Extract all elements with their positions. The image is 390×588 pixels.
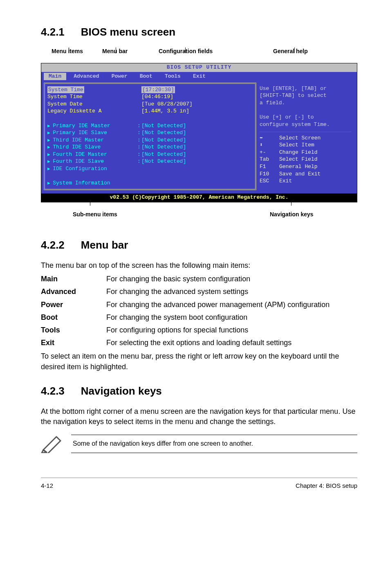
bios-titlebar: BIOS SETUP UTILITY	[41, 63, 357, 72]
pencil-icon	[41, 434, 63, 453]
bios-item-3rd-master[interactable]: Third IDE Master	[47, 137, 137, 144]
bios-tab-main[interactable]: Main	[44, 73, 66, 80]
menubar-outro: To select an item on the menu bar, press…	[41, 351, 357, 372]
bios-val-3rd-slave: [Not Detected]	[141, 144, 253, 151]
note-callout: Some of the navigation keys differ from …	[41, 434, 357, 453]
label-general: General help	[273, 47, 308, 56]
bios-item-pri-master[interactable]: Primary IDE Master	[47, 122, 137, 130]
bios-item-3rd-slave[interactable]: Third IDE Slave	[47, 144, 137, 151]
bios-fields-col: System Time System Time System Date Lega…	[47, 86, 137, 187]
bios-val-systime: [04:46:19]	[141, 93, 253, 101]
bios-tab-boot[interactable]: Boot	[135, 73, 157, 80]
label-menu-bar: Menu bar	[102, 47, 128, 56]
page-number: 4-12	[41, 481, 53, 490]
bios-item-legacy[interactable]: Legacy Diskette A	[47, 108, 137, 115]
bios-menubar: Main Advanced Power Boot Tools Exit	[41, 72, 357, 81]
navkeys-body: At the bottom right corner of a menu scr…	[41, 406, 357, 427]
label-menu-items: Menu items	[52, 47, 83, 56]
bios-val-4th-slave: [Not Detected]	[141, 158, 253, 165]
label-config: Configuration fields	[159, 47, 213, 56]
bios-val-4th-master: [Not Detected]	[141, 151, 253, 158]
bios-val-systime-sel: [17:20:30]	[141, 86, 175, 94]
bios-item-systime[interactable]: System Time	[47, 93, 137, 101]
section-heading-422: 4.2.2Menu bar	[41, 238, 357, 252]
menubar-intro: The menu bar on top of the screen has th…	[41, 260, 357, 271]
bios-item-sysdate[interactable]: System Date	[47, 101, 137, 108]
bios-window: BIOS SETUP UTILITY Main Advanced Power B…	[41, 63, 357, 202]
bios-val-sysdate: [Tue 08/28/2007]	[141, 101, 253, 108]
bios-footer: v02.53 (C)Copyright 1985-2007, American …	[41, 193, 357, 202]
chapter-label: Chapter 4: BIOS setup	[296, 481, 357, 490]
bios-values-col: [17:20:30] [04:46:19] [Tue 08/28/2007] […	[141, 86, 253, 187]
note-text: Some of the navigation keys differ from …	[71, 435, 357, 453]
bios-item-4th-slave[interactable]: Fourth IDE Slave	[47, 158, 137, 165]
section-heading-423: 4.2.3Navigation keys	[41, 384, 357, 398]
section-heading-421: 4.2.1BIOS menu screen	[41, 25, 357, 39]
bios-item-pri-slave[interactable]: Primary IDE Slave	[47, 129, 137, 137]
bios-val-pri-slave: [Not Detected]	[141, 129, 253, 137]
bios-left-pane: System Time System Time System Date Lega…	[44, 83, 256, 191]
bios-val-pri-master: [Not Detected]	[141, 122, 253, 130]
help-line-2: a field.	[260, 99, 351, 107]
label-submenu-items: Sub-menu items	[73, 211, 117, 219]
bios-tab-tools[interactable]: Tools	[160, 73, 186, 80]
bios-val-legacy: [1.44M, 3.5 in]	[141, 108, 253, 115]
bios-item-systime-sel[interactable]: System Time	[47, 86, 84, 94]
top-label-row: Menu items Menu bar Configuration fields…	[44, 47, 354, 63]
bios-item-ide-config[interactable]: IDE Configuration	[47, 165, 137, 173]
bios-tab-advanced[interactable]: Advanced	[69, 73, 104, 80]
label-navigation: Navigation keys	[270, 211, 314, 219]
help-line-1: [SHIFT-TAB] to select	[260, 92, 351, 99]
help-line-4: Use [+] or [-] to	[260, 114, 351, 121]
bios-item-4th-master[interactable]: Fourth IDE Master	[47, 151, 137, 158]
bios-item-sysinfo[interactable]: System Information	[47, 180, 137, 187]
menubar-table: MainFor changing the basic system config…	[41, 274, 357, 348]
bios-nav-legend: ⬌Select Screen ⬍Select Item +-Change Fie…	[260, 135, 351, 185]
help-line-0: Use [ENTER], [TAB] or	[260, 85, 351, 92]
help-line-5: configure system Time.	[260, 121, 351, 128]
bios-help-pane: Use [ENTER], [TAB] or [SHIFT-TAB] to sel…	[256, 83, 354, 191]
bottom-label-row: Sub-menu items Navigation keys	[41, 202, 357, 223]
page-footer: 4-12 Chapter 4: BIOS setup	[41, 478, 357, 490]
bios-tab-exit[interactable]: Exit	[188, 73, 211, 80]
bios-tab-power[interactable]: Power	[107, 73, 132, 80]
bios-val-3rd-master: [Not Detected]	[141, 137, 253, 144]
